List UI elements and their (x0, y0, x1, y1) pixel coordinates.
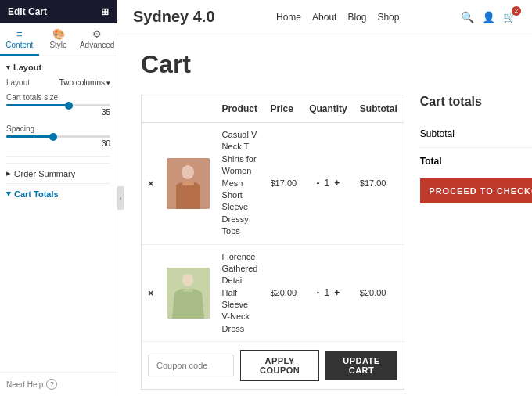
spacing-thumb[interactable] (49, 133, 57, 141)
arrow-order-summary: ▸ (6, 168, 11, 178)
site-title: Sydney 4.0 (133, 8, 215, 26)
nav-home[interactable]: Home (276, 12, 301, 23)
totals-subtotal-row: Subtotal $37.00 (420, 121, 532, 148)
qty-value-2: 1 (325, 287, 330, 298)
tab-style[interactable]: 🎨 Style (39, 23, 78, 56)
qty-plus-1[interactable]: + (334, 178, 340, 189)
cart-wrapper: Product Price Quantity Subtotal × (141, 95, 509, 390)
col-price: Price (264, 95, 303, 123)
col-quantity: Quantity (303, 95, 354, 123)
cart-table-area: Product Price Quantity Subtotal × (141, 95, 404, 390)
totals-size-thumb[interactable] (65, 102, 73, 110)
total-label: Total (420, 156, 442, 167)
qty-minus-2[interactable]: - (317, 287, 320, 298)
remove-item-1[interactable]: × (148, 178, 154, 189)
expand-handle[interactable]: › (117, 186, 124, 210)
nav-icons: 🔍 👤 🛒 2 (461, 11, 516, 23)
panel-content: ▾ Layout Layout Two columns ▾ Cart total… (0, 56, 117, 372)
spacing-slider: Spacing 30 (6, 124, 110, 148)
layout-dropdown-arrow[interactable]: ▾ (106, 79, 110, 87)
nav-links: Home About Blog Shop (276, 12, 399, 23)
top-nav: Sydney 4.0 Home About Blog Shop 🔍 👤 🛒 2 (117, 0, 532, 34)
content-icon: ≡ (2, 28, 38, 40)
cart-row-1: × (142, 123, 404, 245)
page-heading: Cart (141, 50, 509, 79)
grid-icon[interactable]: ⊞ (101, 6, 109, 17)
totals-size-track[interactable] (6, 104, 110, 106)
cart-totals: Cart totals Subtotal $37.00 Total $37.00… (420, 95, 532, 390)
qty-control-2: - 1 + (309, 287, 347, 298)
accordion-order-summary[interactable]: ▸ Order Summary (6, 163, 110, 183)
product-img-2 (167, 268, 210, 319)
cart-table: Product Price Quantity Subtotal × (142, 95, 404, 342)
cart-icon[interactable]: 🛒 2 (503, 11, 516, 23)
nav-shop[interactable]: Shop (377, 12, 399, 23)
advanced-icon: ⚙ (79, 28, 115, 40)
product-price-1: $17.00 (270, 178, 297, 188)
tab-advanced[interactable]: ⚙ Advanced (77, 23, 117, 56)
cart-row-2: × (142, 244, 404, 342)
proceed-to-checkout-button[interactable]: PROCEED TO CHECKOUT (420, 178, 532, 203)
coupon-input[interactable] (148, 355, 234, 376)
svg-rect-5 (183, 289, 193, 292)
cart-footer: APPLY COUPON UPDATE CART (142, 342, 404, 389)
layout-section-title: ▾ Layout (6, 63, 110, 72)
layout-arrow-icon: ▾ (6, 63, 10, 71)
spacing-track[interactable] (6, 135, 110, 138)
qty-control-1: - 1 + (309, 178, 347, 189)
product-subtotal-1: $17.00 (360, 178, 386, 188)
product-price-2: $20.00 (270, 288, 297, 297)
layout-field: Layout Two columns ▾ (6, 78, 110, 87)
nav-blog[interactable]: Blog (347, 12, 366, 23)
svg-point-1 (182, 165, 194, 179)
page-content: Cart Product Price Quantity Subtotal (117, 34, 532, 396)
arrow-cart-totals: ▾ (6, 189, 11, 199)
remove-item-2[interactable]: × (148, 287, 154, 299)
update-cart-button[interactable]: UPDATE CART (325, 351, 397, 380)
need-help[interactable]: Need Help ? (0, 372, 117, 396)
cart-badge: 2 (512, 6, 521, 16)
spacing-fill (6, 135, 53, 138)
cart-totals-size-slider: Cart totals size 35 (6, 93, 110, 117)
accordion-cart-totals[interactable]: ▾ Cart Totals (6, 183, 110, 203)
search-icon[interactable]: 🔍 (461, 11, 474, 23)
totals-size-fill (6, 104, 69, 106)
main-area: Sydney 4.0 Home About Blog Shop 🔍 👤 🛒 2 … (117, 0, 532, 396)
svg-point-4 (182, 274, 193, 286)
product-img-1 (167, 158, 210, 209)
totals-total-row: Total $37.00 (420, 148, 532, 178)
tab-content[interactable]: ≡ Content (0, 23, 39, 56)
help-icon: ? (46, 379, 57, 390)
product-subtotal-2: $20.00 (360, 288, 386, 297)
panel-title: Edit Cart (8, 6, 47, 17)
qty-minus-1[interactable]: - (317, 178, 320, 189)
panel-header: Edit Cart ⊞ (0, 0, 117, 23)
style-icon: 🎨 (41, 28, 77, 40)
totals-title: Cart totals (420, 95, 532, 109)
qty-plus-2[interactable]: + (334, 287, 340, 298)
svg-rect-2 (182, 182, 194, 185)
col-subtotal: Subtotal (354, 95, 404, 123)
apply-coupon-button[interactable]: APPLY COUPON (240, 350, 319, 381)
user-icon[interactable]: 👤 (482, 11, 495, 23)
product-name-2: Florence Gathered Detail Half Sleeve V-N… (222, 252, 258, 333)
product-name-1: Casual V Neck T Shirts for Women Mesh Sh… (222, 130, 257, 236)
qty-value-1: 1 (325, 178, 330, 189)
left-panel: Edit Cart ⊞ ≡ Content 🎨 Style ⚙ Advanced… (0, 0, 117, 396)
panel-tabs: ≡ Content 🎨 Style ⚙ Advanced (0, 23, 117, 56)
subtotal-label: Subtotal (420, 128, 455, 139)
col-product: Product (216, 95, 264, 123)
nav-about[interactable]: About (312, 12, 336, 23)
